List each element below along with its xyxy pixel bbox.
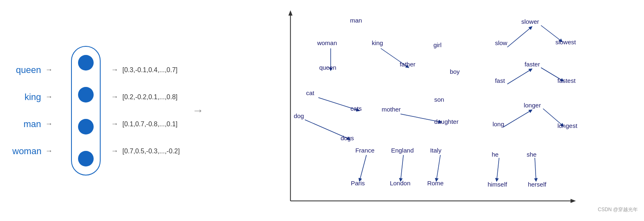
svg-text:girl: girl xyxy=(433,41,442,48)
svg-text:man: man xyxy=(350,17,362,24)
svg-text:England: England xyxy=(391,147,414,154)
neuron-1 xyxy=(78,55,94,71)
word-item-queen: queen → xyxy=(12,65,53,75)
word-label-woman: woman xyxy=(12,146,41,157)
svg-text:father: father xyxy=(400,61,415,68)
svg-text:fastest: fastest xyxy=(557,77,576,84)
svg-text:queen: queen xyxy=(319,64,336,71)
vector-arrow-queen: → xyxy=(111,66,118,74)
vectors-column: → [0.3,-0.1,0.4,...,0.7] → [0.2,-0.2,0.1… xyxy=(111,66,180,155)
vector-item-man: → [0.1,0.7,-0.8,...,0.1] xyxy=(111,120,180,128)
svg-text:dog: dog xyxy=(294,112,304,119)
neuron-4 xyxy=(78,151,94,166)
svg-text:dogs: dogs xyxy=(340,134,354,141)
arrow-man: → xyxy=(45,120,53,128)
svg-text:slowest: slowest xyxy=(555,39,576,46)
svg-text:woman: woman xyxy=(317,39,337,46)
arrow-woman: → xyxy=(45,147,53,155)
word-label-queen: queen xyxy=(12,65,41,75)
svg-text:longer: longer xyxy=(524,102,541,109)
svg-line-8 xyxy=(400,114,442,122)
watermark: CSDN @穿越光年 xyxy=(598,206,638,213)
vector-arrow-man: → xyxy=(111,120,118,128)
vector-text-man: [0.1,0.7,-0.8,...,0.1] xyxy=(122,121,177,128)
word-label-king: king xyxy=(12,92,41,103)
svg-line-16 xyxy=(503,110,532,127)
svg-line-12 xyxy=(507,27,532,47)
svg-marker-1 xyxy=(288,10,292,16)
svg-line-7 xyxy=(305,120,350,139)
connector-arrow: → xyxy=(192,104,204,117)
right-panel: man woman king queen father girl boy cat… xyxy=(208,4,644,217)
svg-text:longest: longest xyxy=(557,122,577,129)
neuron-3 xyxy=(78,119,94,134)
vector-item-queen: → [0.3,-0.1,0.4,...,0.7] xyxy=(111,66,180,74)
svg-text:himself: himself xyxy=(488,181,507,188)
arrow-queen: → xyxy=(45,66,53,74)
svg-line-14 xyxy=(507,69,532,84)
vector-item-woman: → [0.7,0.5,-0.3,...,-0.2] xyxy=(111,147,180,155)
svg-line-5 xyxy=(381,48,409,68)
svg-text:France: France xyxy=(355,147,375,154)
svg-text:herself: herself xyxy=(528,181,547,188)
svg-text:Rome: Rome xyxy=(427,180,444,187)
svg-text:boy: boy xyxy=(450,68,460,75)
word-item-woman: woman → xyxy=(12,146,53,157)
svg-line-11 xyxy=(436,155,440,181)
svg-text:cats: cats xyxy=(350,105,362,112)
svg-text:mother: mother xyxy=(382,106,401,113)
svg-text:son: son xyxy=(434,96,444,103)
svg-line-17 xyxy=(543,109,564,126)
word-label-man: man xyxy=(12,119,41,130)
vector-text-king: [0.2,-0.2,0.1,...,0.8] xyxy=(122,93,177,101)
vector-arrow-woman: → xyxy=(111,147,118,155)
vector-arrow-king: → xyxy=(111,93,118,101)
vector-text-queen: [0.3,-0.1,0.4,...,0.7] xyxy=(122,66,177,74)
svg-line-19 xyxy=(535,158,536,181)
svg-text:daughter: daughter xyxy=(434,118,458,125)
svg-line-13 xyxy=(541,25,562,42)
vector-item-king: → [0.2,-0.2,0.1,...,0.8] xyxy=(111,93,180,101)
words-column: queen → king → man → woman → xyxy=(12,65,53,157)
svg-text:London: London xyxy=(390,180,410,187)
main-container: queen → king → man → woman → xyxy=(0,0,644,221)
neural-network-box xyxy=(71,46,101,175)
svg-text:slow: slow xyxy=(495,39,507,46)
svg-text:he: he xyxy=(492,151,499,158)
word-item-man: man → xyxy=(12,119,53,130)
svg-line-18 xyxy=(497,158,499,181)
svg-marker-3 xyxy=(570,199,576,203)
svg-text:faster: faster xyxy=(524,61,540,68)
svg-line-6 xyxy=(318,98,359,111)
svg-line-10 xyxy=(400,155,403,181)
left-panel: queen → king → man → woman → xyxy=(0,46,204,175)
svg-text:king: king xyxy=(372,39,383,46)
arrow-king: → xyxy=(45,93,53,101)
word-item-king: king → xyxy=(12,92,53,103)
svg-text:she: she xyxy=(527,151,536,158)
svg-text:Paris: Paris xyxy=(351,180,365,187)
svg-line-9 xyxy=(359,155,366,181)
svg-text:fast: fast xyxy=(495,77,505,84)
svg-text:slower: slower xyxy=(521,18,539,25)
svg-text:cat: cat xyxy=(306,89,315,96)
svg-line-15 xyxy=(541,68,564,81)
vector-text-woman: [0.7,0.5,-0.3,...,-0.2] xyxy=(122,148,180,155)
svg-text:long: long xyxy=(492,121,504,128)
svg-text:Italy: Italy xyxy=(430,147,442,154)
viz-svg: man woman king queen father girl boy cat… xyxy=(208,4,644,217)
neuron-2 xyxy=(78,87,94,103)
